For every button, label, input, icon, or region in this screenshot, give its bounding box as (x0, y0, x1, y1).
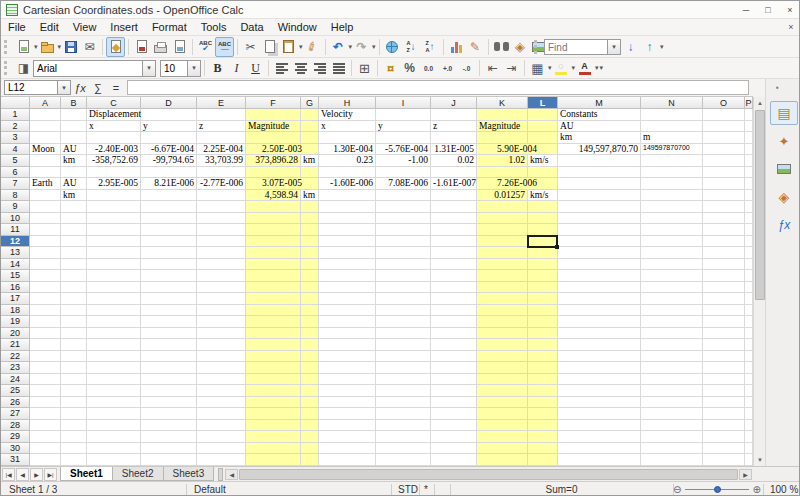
cell-E14[interactable] (197, 259, 246, 271)
cell-A28[interactable] (30, 420, 61, 432)
cell-C13[interactable] (87, 247, 141, 259)
cell-G1[interactable] (301, 109, 319, 121)
cell-F14[interactable] (246, 259, 301, 271)
cell-O24[interactable] (703, 374, 745, 386)
cell-P17[interactable] (745, 293, 753, 305)
toolbar-overflow-arrow[interactable]: ▾ (600, 64, 604, 72)
cell-O4[interactable] (703, 144, 745, 156)
cell-E22[interactable] (197, 351, 246, 363)
cell-I31[interactable] (376, 454, 431, 466)
navigator-button[interactable]: ◈ (511, 37, 530, 57)
column-header-L[interactable]: L (528, 97, 558, 109)
cell-P23[interactable] (745, 362, 753, 374)
cell-L1[interactable] (528, 109, 558, 121)
zoom-slider-thumb[interactable] (714, 486, 721, 493)
row-header-14[interactable]: 14 (1, 259, 30, 271)
cell-P14[interactable] (745, 259, 753, 271)
cell-I15[interactable] (376, 270, 431, 282)
zoom-slider[interactable]: ⊖ ⊕ (673, 482, 761, 496)
cell-M31[interactable] (558, 454, 641, 466)
cell-H23[interactable] (319, 362, 376, 374)
cell-D15[interactable] (141, 270, 197, 282)
cell-B30[interactable] (61, 443, 87, 455)
cell-P7[interactable] (745, 178, 753, 190)
cell-N26[interactable] (641, 397, 703, 409)
cell-O15[interactable] (703, 270, 745, 282)
align-right-button[interactable] (310, 58, 329, 78)
cell-E6[interactable] (197, 167, 246, 179)
cell-E29[interactable] (197, 431, 246, 443)
cell-E15[interactable] (197, 270, 246, 282)
cell-O6[interactable] (703, 167, 745, 179)
borders-dropdown-arrow[interactable]: ▾ (548, 64, 552, 72)
cell-D14[interactable] (141, 259, 197, 271)
cell-A25[interactable] (30, 385, 61, 397)
cell-B28[interactable] (61, 420, 87, 432)
cell-I23[interactable] (376, 362, 431, 374)
cell-K25[interactable] (477, 385, 528, 397)
column-header-N[interactable]: N (641, 97, 703, 109)
cell-N20[interactable] (641, 328, 703, 340)
cell-F15[interactable] (246, 270, 301, 282)
cell-H21[interactable] (319, 339, 376, 351)
zoom-slider-track[interactable] (685, 489, 748, 490)
add-decimal-button[interactable]: +.0 (438, 58, 457, 78)
first-sheet-button[interactable]: |◀ (2, 468, 15, 481)
cell-P11[interactable] (745, 224, 753, 236)
cell-O10[interactable] (703, 213, 745, 225)
cell-G30[interactable] (301, 443, 319, 455)
cell-I20[interactable] (376, 328, 431, 340)
cell-A20[interactable] (30, 328, 61, 340)
cell-F18[interactable] (246, 305, 301, 317)
cell-F1[interactable] (246, 109, 301, 121)
cell-H25[interactable] (319, 385, 376, 397)
cell-D21[interactable] (141, 339, 197, 351)
cell-N13[interactable] (641, 247, 703, 259)
cell-O2[interactable] (703, 121, 745, 133)
row-header-18[interactable]: 18 (1, 305, 30, 317)
cell-P1[interactable] (745, 109, 753, 121)
tab-sheet2[interactable]: Sheet2 (112, 467, 164, 481)
cell-N19[interactable] (641, 316, 703, 328)
cell-B1[interactable] (61, 109, 87, 121)
cell-I26[interactable] (376, 397, 431, 409)
cell-K27[interactable] (477, 408, 528, 420)
cell-P26[interactable] (745, 397, 753, 409)
cell-D25[interactable] (141, 385, 197, 397)
cell-P31[interactable] (745, 454, 753, 466)
column-header-M[interactable]: M (558, 97, 641, 109)
cell-H24[interactable] (319, 374, 376, 386)
menu-file[interactable]: File (1, 19, 33, 36)
row-header-26[interactable]: 26 (1, 397, 30, 409)
cell-I30[interactable] (376, 443, 431, 455)
cell-O30[interactable] (703, 443, 745, 455)
cell-N30[interactable] (641, 443, 703, 455)
horizontal-scrollbar-thumb[interactable] (239, 469, 738, 480)
cell-N7[interactable] (641, 178, 703, 190)
cell-J31[interactable] (431, 454, 477, 466)
cell-I5[interactable]: -1.00 (376, 155, 431, 167)
cell-A3[interactable] (30, 132, 61, 144)
cell-C16[interactable] (87, 282, 141, 294)
cell-K2[interactable]: Magnitude (477, 121, 528, 133)
row-header-25[interactable]: 25 (1, 385, 30, 397)
cell-K1[interactable] (477, 109, 528, 121)
next-sheet-button[interactable]: ▶ (30, 468, 43, 481)
cell-H5[interactable]: 0.23 (319, 155, 376, 167)
cell-E21[interactable] (197, 339, 246, 351)
row-header-31[interactable]: 31 (1, 454, 30, 466)
row-header-2[interactable]: 2 (1, 121, 30, 133)
cell-P15[interactable] (745, 270, 753, 282)
cell-B23[interactable] (61, 362, 87, 374)
sidebar-toggle-button[interactable]: ◨ (14, 58, 33, 78)
cell-C8[interactable] (87, 190, 141, 202)
cell-I4[interactable]: -5.76E-004 (376, 144, 431, 156)
cell-H18[interactable] (319, 305, 376, 317)
cell-F22[interactable] (246, 351, 301, 363)
cell-K23[interactable] (477, 362, 528, 374)
cell-H20[interactable] (319, 328, 376, 340)
cell-A19[interactable] (30, 316, 61, 328)
cell-E19[interactable] (197, 316, 246, 328)
cell-M9[interactable] (558, 201, 641, 213)
cell-F19[interactable] (246, 316, 301, 328)
